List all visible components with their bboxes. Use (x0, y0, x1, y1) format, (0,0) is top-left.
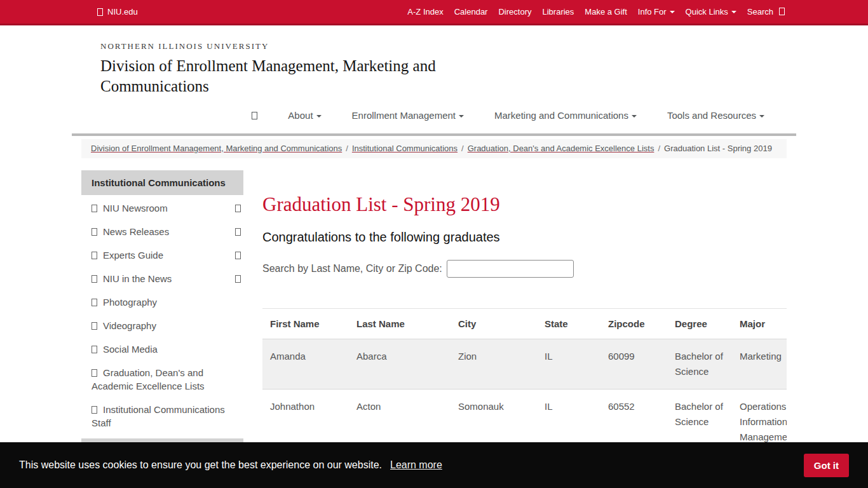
chevron-right-icon (92, 252, 97, 259)
breadcrumb: Division of Enrollment Management, Marke… (81, 139, 787, 158)
sidebar-item-label: Videography (103, 320, 156, 331)
column-header-first-name[interactable]: First Name (262, 309, 349, 339)
nav-item-label: Tools and Resources (667, 110, 756, 121)
table-cell: Bachelor of Science (667, 339, 732, 390)
external-link-icon (235, 228, 241, 236)
topbar-link-directory[interactable]: Directory (498, 7, 531, 17)
topbar-link-libraries[interactable]: Libraries (542, 7, 574, 17)
table-cell: Amanda (262, 339, 349, 390)
sidebar-title: Institutional Communications (81, 170, 243, 195)
table-cell: Zion (451, 339, 537, 390)
main-nav: AboutEnrollment ManagementMarketing and … (72, 103, 796, 128)
topbar-dropdown-quick-links[interactable]: Quick Links (686, 7, 736, 17)
table-header-row: First NameLast NameCityStateZipcodeDegre… (262, 309, 787, 339)
table-cell: Marketing (732, 339, 787, 390)
main-content: Graduation List - Spring 2019 Congratula… (262, 170, 787, 464)
column-header-last-name[interactable]: Last Name (349, 309, 451, 339)
sidebar-item-label: Institutional Communications Staff (92, 404, 225, 428)
nav-item-enrollment-management[interactable]: Enrollment Management (337, 103, 479, 128)
chevron-right-icon (92, 299, 97, 306)
home-icon (252, 112, 257, 119)
table-row: AmandaAbarcaZionIL60099Bachelor of Scien… (262, 339, 787, 390)
cookie-message: This website uses cookies to ensure you … (19, 459, 382, 471)
table-cell: 60099 (600, 339, 667, 390)
chevron-right-icon (92, 406, 97, 414)
search-icon (779, 8, 785, 15)
globe-icon (97, 8, 103, 16)
column-header-city[interactable]: City (451, 309, 537, 339)
topbar-dropdown-info-for[interactable]: Info For (638, 7, 675, 17)
sidebar-item-niu-in-the-news[interactable]: NIU in the News (81, 267, 243, 290)
nav-item-about[interactable]: About (273, 103, 336, 128)
column-header-state[interactable]: State (537, 309, 600, 339)
search-row: Search by Last Name, City or Zip Code: (262, 260, 787, 278)
external-link-icon (235, 205, 241, 212)
site-header: NORTHERN ILLINOIS UNIVERSITY Division of… (72, 25, 796, 97)
chevron-down-icon (459, 115, 464, 118)
sidebar-item-graduation-dean-s-and-academic-excellence-lists[interactable]: Graduation, Dean's and Academic Excellen… (81, 361, 243, 398)
learn-more-link[interactable]: Learn more (390, 459, 442, 471)
top-utility-bar-inner: NIU.edu A-Z IndexCalendarDirectoryLibrar… (72, 7, 796, 17)
external-link-icon (235, 252, 241, 259)
topbar-search[interactable]: Search (747, 7, 785, 17)
sidebar-item-label: Graduation, Dean's and Academic Excellen… (92, 367, 205, 391)
column-header-degree[interactable]: Degree (667, 309, 732, 339)
sidebar-item-videography[interactable]: Videography (81, 314, 243, 337)
breadcrumb-separator: / (658, 144, 660, 153)
breadcrumb-separator: / (346, 144, 348, 153)
column-header-zipcode[interactable]: Zipcode (600, 309, 667, 339)
sidebar: Institutional Communications NIU Newsroo… (81, 170, 243, 464)
page-layout: Institutional Communications NIU Newsroo… (72, 170, 796, 464)
chevron-down-icon (670, 11, 675, 13)
chevron-right-icon (92, 369, 97, 377)
niu-edu-label: NIU.edu (107, 7, 138, 17)
search-input[interactable] (447, 260, 574, 278)
chevron-right-icon (92, 275, 97, 283)
got-it-button[interactable]: Got it (804, 454, 849, 477)
breadcrumb-container: Division of Enrollment Management, Marke… (72, 133, 796, 158)
sidebar-item-label: NIU Newsroom (103, 203, 168, 214)
division-title-link[interactable]: Division of Enrollment Management, Marke… (100, 56, 456, 97)
breadcrumb-link[interactable]: Institutional Communications (352, 144, 458, 153)
sidebar-item-social-media[interactable]: Social Media (81, 337, 243, 361)
table-cell: Abarca (349, 339, 451, 390)
chevron-down-icon (759, 115, 764, 118)
sidebar-item-label: Photography (103, 297, 157, 308)
topbar-link-a-z-index[interactable]: A-Z Index (407, 7, 443, 17)
chevron-right-icon (92, 228, 97, 236)
topbar-link-make-a-gift[interactable]: Make a Gift (585, 7, 627, 17)
breadcrumb-link[interactable]: Division of Enrollment Management, Marke… (91, 144, 342, 153)
sidebar-item-news-releases[interactable]: News Releases (81, 220, 243, 243)
external-link-icon (235, 275, 241, 283)
top-utility-links: A-Z IndexCalendarDirectoryLibrariesMake … (407, 7, 785, 17)
cookie-banner: This website uses cookies to ensure you … (0, 442, 868, 488)
chevron-right-icon (92, 205, 97, 212)
table-cell: IL (537, 339, 600, 390)
sidebar-item-label: Experts Guide (103, 250, 163, 261)
sidebar-item-institutional-communications-staff[interactable]: Institutional Communications Staff (81, 398, 243, 435)
sidebar-item-experts-guide[interactable]: Experts Guide (81, 243, 243, 267)
chevron-down-icon (316, 115, 322, 118)
nav-home[interactable] (236, 103, 273, 128)
sidebar-item-label: News Releases (103, 226, 169, 237)
chevron-down-icon (632, 115, 637, 118)
topbar-dropdown-label: Info For (638, 7, 667, 17)
topbar-dropdown-label: Quick Links (686, 7, 728, 17)
column-header-major[interactable]: Major (732, 309, 787, 339)
breadcrumb-link[interactable]: Graduation, Dean's and Academic Excellen… (468, 144, 654, 153)
nav-item-label: About (288, 110, 313, 121)
nav-item-label: Enrollment Management (352, 110, 456, 121)
nav-item-label: Marketing and Communications (494, 110, 628, 121)
breadcrumb-current: Graduation List - Spring 2019 (664, 144, 772, 153)
topbar-link-calendar[interactable]: Calendar (454, 7, 488, 17)
sidebar-item-photography[interactable]: Photography (81, 290, 243, 314)
nav-item-marketing-and-communications[interactable]: Marketing and Communications (479, 103, 652, 128)
university-name: NORTHERN ILLINOIS UNIVERSITY (100, 41, 796, 51)
graduates-table-container: First NameLast NameCityStateZipcodeDegre… (262, 308, 787, 455)
sidebar-item-niu-newsroom[interactable]: NIU Newsroom (81, 196, 243, 220)
chevron-down-icon (731, 11, 736, 13)
niu-edu-link[interactable]: NIU.edu (97, 7, 138, 17)
sidebar-item-label: NIU in the News (103, 273, 172, 284)
nav-item-tools-and-resources[interactable]: Tools and Resources (652, 103, 780, 128)
chevron-right-icon (92, 322, 97, 330)
